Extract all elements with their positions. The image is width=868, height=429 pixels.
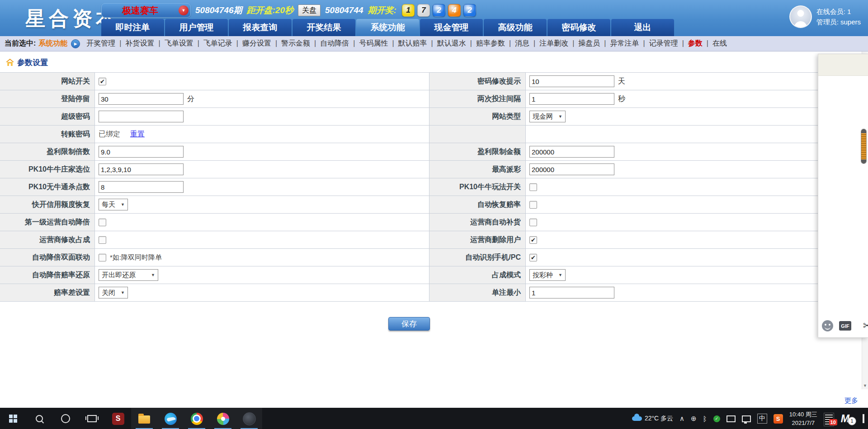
quick-credit-recovery-select[interactable]: 每天▼ bbox=[99, 199, 128, 210]
crumb-link-flying-order-records[interactable]: 飞单记录 bbox=[203, 39, 233, 47]
odds-diff-setting-select[interactable]: 关闭▼ bbox=[99, 287, 128, 298]
edge-button[interactable] bbox=[157, 408, 184, 429]
notifications-button[interactable]: 10 bbox=[824, 413, 835, 424]
weather-widget[interactable]: 22°C 多云 bbox=[632, 415, 673, 423]
pinwheel-app-button[interactable] bbox=[210, 408, 236, 429]
operator-delete-user-checkbox[interactable]: ✔ bbox=[529, 236, 537, 244]
sogou-app-button[interactable]: S bbox=[105, 408, 131, 429]
form-row: 第一级运营自动降倍运营商自动补货 bbox=[0, 214, 818, 231]
start-button[interactable] bbox=[0, 408, 26, 429]
profit-limit-amount-input[interactable] bbox=[529, 146, 614, 158]
taskbar-clock[interactable]: 10:40 周三 2021/7/7 bbox=[789, 410, 817, 428]
site-type-select[interactable]: 现金网▼ bbox=[529, 111, 566, 122]
min-single-bet-input[interactable] bbox=[529, 287, 614, 298]
crumb-link-default-odds[interactable]: 默认赔率 bbox=[397, 39, 428, 47]
show-hidden-icons-chevron[interactable]: ∧ bbox=[679, 415, 684, 423]
field-label-profit-limit-multiple: 盈利限制倍数 bbox=[0, 143, 95, 160]
mail-icon[interactable] bbox=[726, 415, 736, 422]
tab-logout[interactable]: 退出 bbox=[611, 19, 674, 36]
save-button[interactable]: 保存 bbox=[388, 317, 430, 331]
crumb-link-bet-modification[interactable]: 注单删改 bbox=[538, 39, 569, 47]
display-icon[interactable] bbox=[742, 415, 751, 422]
tab-user-management[interactable]: 用户管理 bbox=[165, 19, 228, 36]
crumb-link-odds-parameters[interactable]: 赔率参数 bbox=[475, 39, 506, 47]
lottery-selector-label: 极速赛车 bbox=[102, 5, 179, 17]
lottery-selector[interactable]: 极速赛车 ▼ bbox=[101, 3, 191, 18]
auto-restore-odds-checkbox[interactable] bbox=[529, 201, 537, 209]
messenger-app-button[interactable]: M 1 bbox=[841, 412, 856, 425]
field-value-auto-detect-mobile-pc: ✔ bbox=[526, 249, 818, 266]
crumb-link-messages[interactable]: 消息 bbox=[514, 39, 530, 47]
profit-limit-multiple-input[interactable] bbox=[99, 146, 184, 158]
scroll-down-arrow-icon[interactable]: ▼ bbox=[863, 383, 868, 388]
dropdown-arrow-icon[interactable]: ▼ bbox=[179, 5, 189, 15]
field-label-auto-reduce-double-link: 自动降倍双面联动 bbox=[0, 249, 95, 266]
task-view-button[interactable] bbox=[79, 408, 105, 429]
chrome-button[interactable] bbox=[184, 408, 210, 429]
separator: | bbox=[470, 39, 472, 47]
close-market-button[interactable]: 关盘 bbox=[298, 5, 321, 16]
sogou-icon: S bbox=[112, 413, 124, 425]
super-password-input[interactable] bbox=[99, 111, 184, 122]
scissors-icon[interactable]: ✂ bbox=[863, 320, 868, 332]
crumb-link-restock-settings[interactable]: 补货设置 bbox=[124, 39, 155, 47]
transfer-password-status-text: 已绑定 bbox=[99, 130, 120, 139]
crumb-link-record-management[interactable]: 记录管理 bbox=[648, 39, 679, 47]
auto-reduce-odds-restore-select[interactable]: 开出即还原▼ bbox=[99, 269, 158, 281]
login-stay-input[interactable] bbox=[99, 93, 184, 105]
clipped-tray-icon[interactable] bbox=[863, 414, 864, 423]
file-explorer-button[interactable] bbox=[131, 408, 157, 429]
tab-report-query[interactable]: 报表查询 bbox=[229, 19, 292, 36]
bet-interval-input[interactable] bbox=[529, 93, 614, 105]
game-info-bar: 极速赛车 ▼ 50804746期 距开盘:20秒 关盘 50804744 期开奖… bbox=[101, 2, 675, 19]
crumb-link-number-attributes[interactable]: 号码属性 bbox=[358, 39, 389, 47]
separator: | bbox=[604, 39, 606, 47]
crumb-link-parameters[interactable]: 参数 bbox=[687, 39, 703, 47]
pk10-no-niu-kill-points-input[interactable] bbox=[99, 181, 184, 193]
share-mode-select[interactable]: 按彩种▼ bbox=[529, 269, 566, 281]
crumb-link-auto-reduce[interactable]: 自动降倍 bbox=[319, 39, 350, 47]
field-label-pk10-niuniu-banker-position: PK10牛牛庄家选位 bbox=[0, 161, 95, 178]
operator-auto-restock-checkbox[interactable] bbox=[529, 219, 537, 226]
password-change-reminder-input[interactable] bbox=[529, 75, 614, 87]
emoji-icon[interactable] bbox=[822, 320, 833, 331]
tab-lottery-results[interactable]: 开奖结果 bbox=[292, 19, 355, 36]
operator-modify-share-checkbox[interactable] bbox=[99, 236, 106, 244]
cortana-button[interactable] bbox=[52, 408, 79, 429]
tab-advanced-functions[interactable]: 高级功能 bbox=[484, 19, 547, 36]
gif-icon[interactable]: GIF bbox=[839, 321, 851, 331]
crumb-link-points-settings[interactable]: 赚分设置 bbox=[241, 39, 272, 47]
tab-system-functions[interactable]: 系统功能 bbox=[356, 19, 419, 36]
search-button[interactable] bbox=[26, 408, 52, 429]
separator: | bbox=[392, 39, 394, 47]
pk10-niuniu-banker-position-input[interactable] bbox=[99, 163, 184, 175]
pk10-niuniu-play-switch-checkbox[interactable] bbox=[529, 183, 537, 191]
more-link[interactable]: 更多 bbox=[844, 396, 858, 405]
auto-detect-mobile-pc-checkbox[interactable]: ✔ bbox=[529, 254, 537, 261]
crumb-link-flying-order-settings[interactable]: 飞单设置 bbox=[164, 39, 194, 47]
crumb-link-traders[interactable]: 操盘员 bbox=[577, 39, 601, 47]
quick-credit-recovery-select-value: 每天 bbox=[102, 201, 115, 209]
chat-scrollbar-thumb[interactable] bbox=[861, 129, 867, 164]
crumb-link-abnormal-bets[interactable]: 异常注单 bbox=[609, 39, 640, 47]
dark-app-button[interactable] bbox=[236, 408, 262, 429]
crumb-link-warning-amount[interactable]: 警示金额 bbox=[280, 39, 311, 47]
crumb-link-online[interactable]: 在线 bbox=[712, 39, 728, 47]
transfer-password-reset-link[interactable]: 重置 bbox=[130, 130, 145, 139]
security-status-icon[interactable]: ✓ bbox=[713, 415, 720, 422]
tab-password-change[interactable]: 密码修改 bbox=[547, 19, 610, 36]
notification-badge: 10 bbox=[829, 419, 837, 425]
max-payout-input[interactable] bbox=[529, 163, 614, 175]
site-switch-checkbox[interactable]: ✔ bbox=[99, 78, 106, 85]
tab-instant-bets[interactable]: 即时注单 bbox=[101, 19, 164, 36]
separator: | bbox=[119, 39, 121, 47]
tab-cash-management[interactable]: 现金管理 bbox=[420, 19, 483, 36]
network-icon[interactable]: ⊕ bbox=[691, 415, 697, 423]
crumb-link-lottery-management[interactable]: 开奖管理 bbox=[85, 39, 116, 47]
bluetooth-icon[interactable]: ᛒ bbox=[703, 415, 707, 423]
level1-auto-reduce-checkbox[interactable] bbox=[99, 219, 106, 226]
ime-indicator[interactable]: 中 bbox=[757, 414, 767, 424]
crumb-link-default-rebate[interactable]: 默认退水 bbox=[436, 39, 467, 47]
sogou-tray-icon[interactable]: S bbox=[774, 414, 783, 424]
auto-reduce-double-link-checkbox[interactable] bbox=[99, 254, 106, 261]
